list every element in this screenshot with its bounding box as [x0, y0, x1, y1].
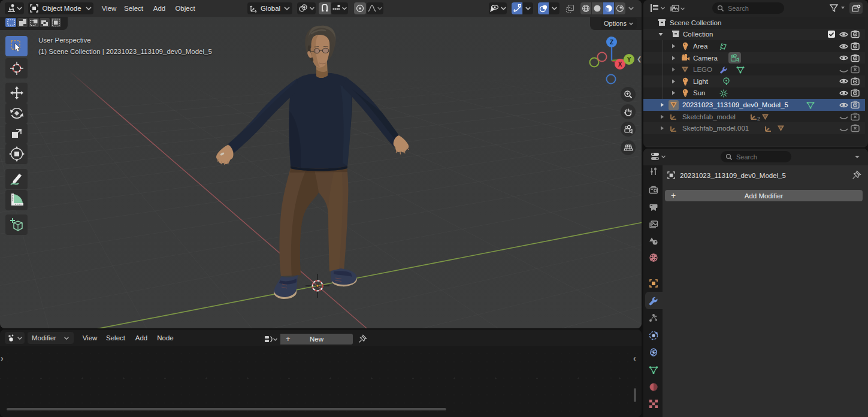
svg-text:Y: Y [627, 56, 631, 63]
svg-text:X: X [618, 61, 622, 68]
svg-text:Z: Z [610, 39, 613, 46]
